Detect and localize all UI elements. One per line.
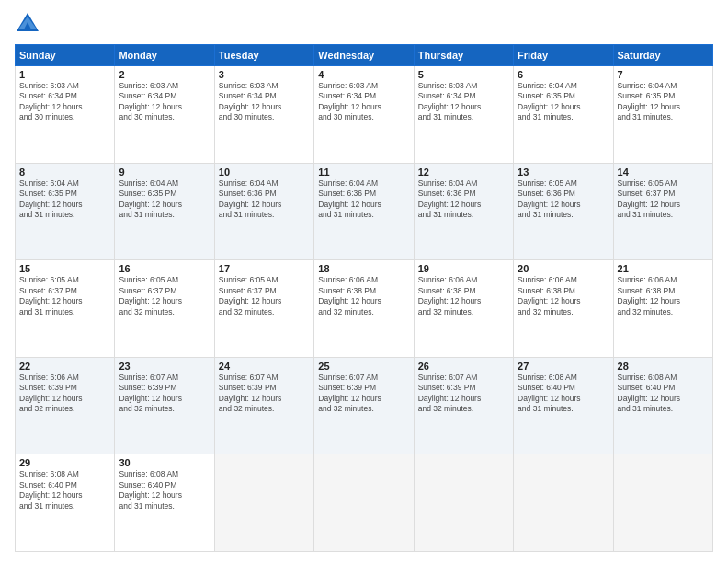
day-info: Sunrise: 6:06 AMSunset: 6:38 PMDaylight:…	[318, 275, 409, 317]
table-row: 24Sunrise: 6:07 AMSunset: 6:39 PMDayligh…	[214, 357, 313, 454]
table-row: 23Sunrise: 6:07 AMSunset: 6:39 PMDayligh…	[115, 357, 214, 454]
table-row: 13Sunrise: 6:05 AMSunset: 6:36 PMDayligh…	[514, 163, 613, 260]
header-row: Sunday Monday Tuesday Wednesday Thursday…	[16, 45, 713, 66]
table-row: 16Sunrise: 6:05 AMSunset: 6:37 PMDayligh…	[115, 260, 214, 358]
day-info: Sunrise: 6:03 AMSunset: 6:34 PMDaylight:…	[219, 81, 310, 123]
logo-icon	[15, 11, 40, 37]
day-info: Sunrise: 6:05 AMSunset: 6:37 PMDaylight:…	[19, 275, 110, 317]
day-number: 18	[318, 263, 409, 274]
day-number: 15	[19, 263, 110, 274]
table-row: 7Sunrise: 6:04 AMSunset: 6:35 PMDaylight…	[613, 66, 712, 164]
day-info: Sunrise: 6:06 AMSunset: 6:39 PMDaylight:…	[19, 373, 110, 415]
day-number: 7	[618, 69, 709, 80]
day-info: Sunrise: 6:05 AMSunset: 6:37 PMDaylight:…	[618, 178, 709, 221]
col-wednesday: Wednesday	[314, 45, 414, 66]
table-row: 6Sunrise: 6:04 AMSunset: 6:35 PMDaylight…	[514, 66, 613, 164]
day-number: 14	[618, 167, 709, 178]
col-sunday: Sunday	[16, 45, 115, 66]
calendar-week-1: 1Sunrise: 6:03 AMSunset: 6:34 PMDaylight…	[16, 66, 713, 164]
day-info: Sunrise: 6:03 AMSunset: 6:34 PMDaylight:…	[119, 81, 210, 123]
day-number: 1	[19, 69, 110, 80]
col-saturday: Saturday	[613, 45, 712, 66]
table-row: 18Sunrise: 6:06 AMSunset: 6:38 PMDayligh…	[314, 260, 414, 358]
table-row: 12Sunrise: 6:04 AMSunset: 6:36 PMDayligh…	[414, 163, 513, 260]
col-tuesday: Tuesday	[214, 45, 313, 66]
day-info: Sunrise: 6:06 AMSunset: 6:38 PMDaylight:…	[518, 275, 609, 317]
col-friday: Friday	[514, 45, 613, 66]
day-info: Sunrise: 6:05 AMSunset: 6:36 PMDaylight:…	[518, 178, 609, 221]
table-row: 29Sunrise: 6:08 AMSunset: 6:40 PMDayligh…	[16, 454, 115, 552]
day-number: 26	[418, 361, 509, 372]
day-number: 23	[119, 361, 210, 372]
day-number: 28	[618, 361, 709, 372]
day-info: Sunrise: 6:07 AMSunset: 6:39 PMDaylight:…	[318, 373, 409, 415]
day-info: Sunrise: 6:08 AMSunset: 6:40 PMDaylight:…	[19, 469, 110, 511]
table-row: 1Sunrise: 6:03 AMSunset: 6:34 PMDaylight…	[16, 66, 115, 164]
logo	[15, 11, 44, 37]
table-row: 26Sunrise: 6:07 AMSunset: 6:39 PMDayligh…	[414, 357, 513, 454]
day-number: 22	[19, 361, 110, 372]
day-info: Sunrise: 6:04 AMSunset: 6:35 PMDaylight:…	[618, 81, 709, 123]
day-info: Sunrise: 6:07 AMSunset: 6:39 PMDaylight:…	[219, 373, 310, 415]
table-row: 2Sunrise: 6:03 AMSunset: 6:34 PMDaylight…	[115, 66, 214, 164]
table-row	[613, 454, 712, 552]
day-number: 13	[518, 167, 609, 178]
table-row	[514, 454, 613, 552]
day-number: 11	[318, 167, 409, 178]
day-number: 27	[518, 361, 609, 372]
day-info: Sunrise: 6:08 AMSunset: 6:40 PMDaylight:…	[618, 373, 709, 415]
day-number: 25	[318, 361, 409, 372]
day-info: Sunrise: 6:07 AMSunset: 6:39 PMDaylight:…	[418, 373, 509, 415]
day-number: 4	[318, 69, 409, 80]
day-info: Sunrise: 6:04 AMSunset: 6:36 PMDaylight:…	[318, 178, 409, 221]
day-info: Sunrise: 6:04 AMSunset: 6:35 PMDaylight:…	[19, 178, 110, 221]
day-info: Sunrise: 6:04 AMSunset: 6:35 PMDaylight:…	[518, 81, 609, 123]
day-info: Sunrise: 6:05 AMSunset: 6:37 PMDaylight:…	[119, 275, 210, 317]
day-number: 5	[418, 69, 509, 80]
day-info: Sunrise: 6:04 AMSunset: 6:36 PMDaylight:…	[418, 178, 509, 221]
table-row: 10Sunrise: 6:04 AMSunset: 6:36 PMDayligh…	[214, 163, 313, 260]
table-row: 22Sunrise: 6:06 AMSunset: 6:39 PMDayligh…	[16, 357, 115, 454]
table-row: 11Sunrise: 6:04 AMSunset: 6:36 PMDayligh…	[314, 163, 414, 260]
table-row: 20Sunrise: 6:06 AMSunset: 6:38 PMDayligh…	[514, 260, 613, 358]
calendar-table: Sunday Monday Tuesday Wednesday Thursday…	[15, 44, 713, 552]
day-number: 19	[418, 263, 509, 274]
calendar-week-4: 22Sunrise: 6:06 AMSunset: 6:39 PMDayligh…	[16, 357, 713, 454]
day-number: 3	[219, 69, 310, 80]
day-info: Sunrise: 6:06 AMSunset: 6:38 PMDaylight:…	[418, 275, 509, 317]
day-info: Sunrise: 6:04 AMSunset: 6:36 PMDaylight:…	[219, 178, 310, 221]
day-info: Sunrise: 6:03 AMSunset: 6:34 PMDaylight:…	[19, 81, 110, 123]
table-row: 19Sunrise: 6:06 AMSunset: 6:38 PMDayligh…	[414, 260, 513, 358]
calendar-week-2: 8Sunrise: 6:04 AMSunset: 6:35 PMDaylight…	[16, 163, 713, 260]
day-number: 10	[219, 167, 310, 178]
col-thursday: Thursday	[414, 45, 513, 66]
table-row: 9Sunrise: 6:04 AMSunset: 6:35 PMDaylight…	[115, 163, 214, 260]
page: Sunday Monday Tuesday Wednesday Thursday…	[0, 0, 728, 563]
table-row: 28Sunrise: 6:08 AMSunset: 6:40 PMDayligh…	[613, 357, 712, 454]
table-row: 8Sunrise: 6:04 AMSunset: 6:35 PMDaylight…	[16, 163, 115, 260]
table-row: 15Sunrise: 6:05 AMSunset: 6:37 PMDayligh…	[16, 260, 115, 358]
table-row	[214, 454, 313, 552]
day-number: 29	[19, 457, 110, 468]
day-number: 24	[219, 361, 310, 372]
table-row: 21Sunrise: 6:06 AMSunset: 6:38 PMDayligh…	[613, 260, 712, 358]
table-row	[414, 454, 513, 552]
day-info: Sunrise: 6:03 AMSunset: 6:34 PMDaylight:…	[418, 81, 509, 123]
table-row: 14Sunrise: 6:05 AMSunset: 6:37 PMDayligh…	[613, 163, 712, 260]
day-number: 12	[418, 167, 509, 178]
day-info: Sunrise: 6:05 AMSunset: 6:37 PMDaylight:…	[219, 275, 310, 317]
day-info: Sunrise: 6:07 AMSunset: 6:39 PMDaylight:…	[119, 373, 210, 415]
header	[15, 11, 713, 37]
day-number: 2	[119, 69, 210, 80]
day-info: Sunrise: 6:08 AMSunset: 6:40 PMDaylight:…	[518, 373, 609, 415]
day-number: 8	[19, 167, 110, 178]
table-row: 3Sunrise: 6:03 AMSunset: 6:34 PMDaylight…	[214, 66, 313, 164]
day-number: 17	[219, 263, 310, 274]
table-row: 17Sunrise: 6:05 AMSunset: 6:37 PMDayligh…	[214, 260, 313, 358]
table-row: 30Sunrise: 6:08 AMSunset: 6:40 PMDayligh…	[115, 454, 214, 552]
col-monday: Monday	[115, 45, 214, 66]
day-number: 30	[119, 457, 210, 468]
calendar-week-5: 29Sunrise: 6:08 AMSunset: 6:40 PMDayligh…	[16, 454, 713, 552]
day-number: 20	[518, 263, 609, 274]
calendar-week-3: 15Sunrise: 6:05 AMSunset: 6:37 PMDayligh…	[16, 260, 713, 358]
